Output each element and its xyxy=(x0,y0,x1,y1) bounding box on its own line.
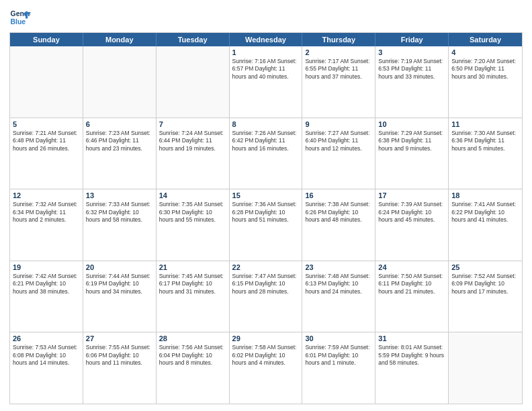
calendar-day-7: 7Sunrise: 7:24 AM Sunset: 6:44 PM Daylig… xyxy=(157,118,230,189)
calendar-day-11: 11Sunrise: 7:30 AM Sunset: 6:36 PM Dayli… xyxy=(449,118,522,189)
calendar: SundayMondayTuesdayWednesdayThursdayFrid… xyxy=(9,32,523,404)
calendar-week-3: 12Sunrise: 7:32 AM Sunset: 6:34 PM Dayli… xyxy=(10,189,522,261)
calendar-week-2: 5Sunrise: 7:21 AM Sunset: 6:48 PM Daylig… xyxy=(10,118,522,190)
calendar-day-30: 30Sunrise: 7:59 AM Sunset: 6:01 PM Dayli… xyxy=(302,332,375,404)
calendar-empty-cell xyxy=(83,46,157,118)
svg-text:Blue: Blue xyxy=(11,18,26,26)
calendar-day-2: 2Sunrise: 7:17 AM Sunset: 6:55 PM Daylig… xyxy=(302,46,375,118)
calendar-day-23: 23Sunrise: 7:48 AM Sunset: 6:13 PM Dayli… xyxy=(302,261,375,332)
day-content: Sunrise: 7:30 AM Sunset: 6:36 PM Dayligh… xyxy=(451,130,519,152)
calendar-week-4: 19Sunrise: 7:42 AM Sunset: 6:21 PM Dayli… xyxy=(10,261,522,333)
day-content: Sunrise: 7:45 AM Sunset: 6:17 PM Dayligh… xyxy=(159,273,226,295)
day-content: Sunrise: 7:17 AM Sunset: 6:55 PM Dayligh… xyxy=(305,58,372,81)
calendar-body: 1Sunrise: 7:16 AM Sunset: 6:57 PM Daylig… xyxy=(10,46,522,404)
calendar-day-21: 21Sunrise: 7:45 AM Sunset: 6:17 PM Dayli… xyxy=(157,261,230,332)
calendar-day-18: 18Sunrise: 7:41 AM Sunset: 6:22 PM Dayli… xyxy=(449,189,522,261)
day-number: 16 xyxy=(305,191,372,199)
day-header-saturday: Saturday xyxy=(449,33,522,46)
calendar-day-25: 25Sunrise: 7:52 AM Sunset: 6:09 PM Dayli… xyxy=(449,261,522,332)
calendar-week-1: 1Sunrise: 7:16 AM Sunset: 6:57 PM Daylig… xyxy=(10,46,522,118)
day-header-monday: Monday xyxy=(83,33,157,46)
day-number: 5 xyxy=(13,120,80,128)
day-number: 4 xyxy=(451,48,519,56)
day-number: 28 xyxy=(159,334,226,342)
day-number: 10 xyxy=(378,120,445,128)
day-content: Sunrise: 7:58 AM Sunset: 6:02 PM Dayligh… xyxy=(232,344,300,367)
day-number: 2 xyxy=(305,48,372,56)
calendar-day-31: 31Sunrise: 8:01 AM Sunset: 5:59 PM Dayli… xyxy=(375,332,449,404)
day-content: Sunrise: 7:53 AM Sunset: 6:08 PM Dayligh… xyxy=(13,344,80,367)
calendar-day-26: 26Sunrise: 7:53 AM Sunset: 6:08 PM Dayli… xyxy=(10,332,83,404)
day-content: Sunrise: 7:59 AM Sunset: 6:01 PM Dayligh… xyxy=(305,344,372,367)
day-number: 3 xyxy=(378,48,445,56)
calendar-day-20: 20Sunrise: 7:44 AM Sunset: 6:19 PM Dayli… xyxy=(83,261,157,332)
calendar-day-16: 16Sunrise: 7:38 AM Sunset: 6:26 PM Dayli… xyxy=(302,189,375,261)
day-number: 18 xyxy=(451,191,519,199)
day-header-sunday: Sunday xyxy=(10,33,83,46)
day-number: 22 xyxy=(232,263,300,271)
day-number: 25 xyxy=(451,263,519,271)
day-number: 11 xyxy=(451,120,519,128)
day-number: 8 xyxy=(232,120,300,128)
day-number: 31 xyxy=(378,334,445,342)
day-number: 9 xyxy=(305,120,372,128)
day-content: Sunrise: 7:39 AM Sunset: 6:24 PM Dayligh… xyxy=(378,201,445,224)
day-number: 14 xyxy=(159,191,226,199)
calendar-week-5: 26Sunrise: 7:53 AM Sunset: 6:08 PM Dayli… xyxy=(10,332,522,404)
day-header-friday: Friday xyxy=(375,33,449,46)
calendar-empty-cell xyxy=(449,332,522,404)
calendar-day-13: 13Sunrise: 7:33 AM Sunset: 6:32 PM Dayli… xyxy=(83,189,157,261)
day-content: Sunrise: 7:42 AM Sunset: 6:21 PM Dayligh… xyxy=(13,273,80,295)
calendar-day-28: 28Sunrise: 7:56 AM Sunset: 6:04 PM Dayli… xyxy=(157,332,230,404)
calendar-day-19: 19Sunrise: 7:42 AM Sunset: 6:21 PM Dayli… xyxy=(10,261,83,332)
calendar-day-27: 27Sunrise: 7:55 AM Sunset: 6:06 PM Dayli… xyxy=(83,332,157,404)
day-number: 21 xyxy=(159,263,226,271)
calendar-day-1: 1Sunrise: 7:16 AM Sunset: 6:57 PM Daylig… xyxy=(230,46,303,118)
calendar-day-17: 17Sunrise: 7:39 AM Sunset: 6:24 PM Dayli… xyxy=(375,189,449,261)
day-content: Sunrise: 7:23 AM Sunset: 6:46 PM Dayligh… xyxy=(86,130,153,152)
day-number: 29 xyxy=(232,334,300,342)
day-number: 26 xyxy=(13,334,80,342)
calendar-day-6: 6Sunrise: 7:23 AM Sunset: 6:46 PM Daylig… xyxy=(83,118,157,189)
day-content: Sunrise: 7:48 AM Sunset: 6:13 PM Dayligh… xyxy=(305,273,372,295)
day-content: Sunrise: 7:27 AM Sunset: 6:40 PM Dayligh… xyxy=(305,130,372,152)
calendar-day-14: 14Sunrise: 7:35 AM Sunset: 6:30 PM Dayli… xyxy=(157,189,230,261)
header: General Blue xyxy=(9,7,523,28)
logo-icon: General Blue xyxy=(9,7,31,28)
day-header-wednesday: Wednesday xyxy=(230,33,303,46)
day-content: Sunrise: 7:41 AM Sunset: 6:22 PM Dayligh… xyxy=(451,201,519,224)
calendar-day-3: 3Sunrise: 7:19 AM Sunset: 6:53 PM Daylig… xyxy=(375,46,449,118)
day-number: 20 xyxy=(86,263,153,271)
calendar-header: SundayMondayTuesdayWednesdayThursdayFrid… xyxy=(10,33,522,46)
calendar-day-24: 24Sunrise: 7:50 AM Sunset: 6:11 PM Dayli… xyxy=(375,261,449,332)
day-content: Sunrise: 7:26 AM Sunset: 6:42 PM Dayligh… xyxy=(232,130,300,152)
calendar-day-22: 22Sunrise: 7:47 AM Sunset: 6:15 PM Dayli… xyxy=(230,261,303,332)
day-content: Sunrise: 7:38 AM Sunset: 6:26 PM Dayligh… xyxy=(305,201,372,224)
calendar-day-10: 10Sunrise: 7:29 AM Sunset: 6:38 PM Dayli… xyxy=(375,118,449,189)
day-number: 6 xyxy=(86,120,153,128)
day-content: Sunrise: 7:29 AM Sunset: 6:38 PM Dayligh… xyxy=(378,130,445,152)
day-content: Sunrise: 7:20 AM Sunset: 6:50 PM Dayligh… xyxy=(451,58,519,81)
day-number: 30 xyxy=(305,334,372,342)
day-number: 15 xyxy=(232,191,300,199)
calendar-day-29: 29Sunrise: 7:58 AM Sunset: 6:02 PM Dayli… xyxy=(230,332,303,404)
day-number: 17 xyxy=(378,191,445,199)
day-number: 19 xyxy=(13,263,80,271)
day-content: Sunrise: 7:19 AM Sunset: 6:53 PM Dayligh… xyxy=(378,58,445,81)
day-content: Sunrise: 8:01 AM Sunset: 5:59 PM Dayligh… xyxy=(378,344,445,367)
calendar-day-8: 8Sunrise: 7:26 AM Sunset: 6:42 PM Daylig… xyxy=(230,118,303,189)
day-content: Sunrise: 7:44 AM Sunset: 6:19 PM Dayligh… xyxy=(86,273,153,295)
day-content: Sunrise: 7:47 AM Sunset: 6:15 PM Dayligh… xyxy=(232,273,300,295)
calendar-empty-cell xyxy=(10,46,83,118)
calendar-empty-cell xyxy=(157,46,230,118)
day-content: Sunrise: 7:55 AM Sunset: 6:06 PM Dayligh… xyxy=(86,344,153,367)
day-number: 13 xyxy=(86,191,153,199)
day-number: 23 xyxy=(305,263,372,271)
day-content: Sunrise: 7:35 AM Sunset: 6:30 PM Dayligh… xyxy=(159,201,226,224)
day-content: Sunrise: 7:32 AM Sunset: 6:34 PM Dayligh… xyxy=(13,201,80,224)
day-number: 27 xyxy=(86,334,153,342)
day-content: Sunrise: 7:16 AM Sunset: 6:57 PM Dayligh… xyxy=(232,58,300,81)
day-content: Sunrise: 7:33 AM Sunset: 6:32 PM Dayligh… xyxy=(86,201,153,224)
day-number: 24 xyxy=(378,263,445,271)
calendar-day-4: 4Sunrise: 7:20 AM Sunset: 6:50 PM Daylig… xyxy=(449,46,522,118)
